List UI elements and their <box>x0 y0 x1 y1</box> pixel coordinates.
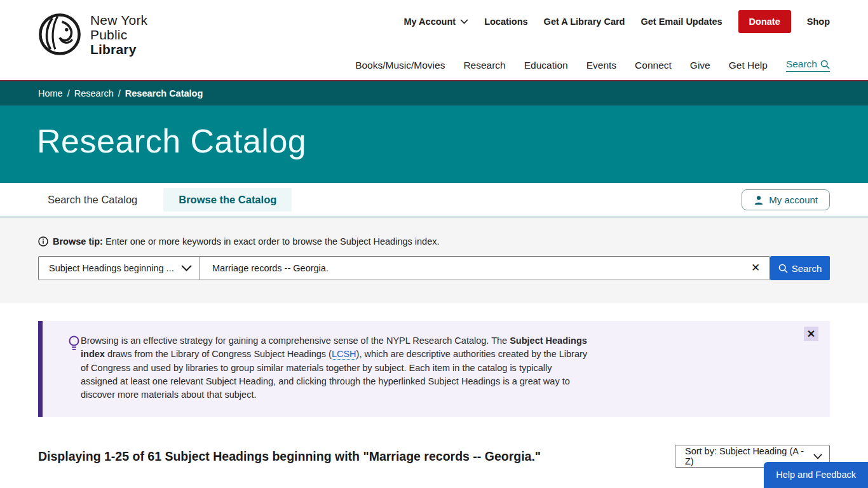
utility-nav: My Account Locations Get A Library Card … <box>403 10 830 33</box>
nav-shop[interactable]: Shop <box>807 17 830 27</box>
nav-education[interactable]: Education <box>524 60 568 71</box>
browse-search-section: Browse tip: Enter one or more keywords i… <box>0 217 868 303</box>
breadcrumb-current: Research Catalog <box>125 88 203 98</box>
tab-browse-the-catalog[interactable]: Browse the Catalog <box>163 188 292 212</box>
nav-email-updates[interactable]: Get Email Updates <box>641 17 722 27</box>
header-search-label: Search <box>786 58 817 70</box>
results-header-row: Displaying 1-25 of 61 Subject Headings b… <box>38 445 830 468</box>
browse-tip-text: Browse tip: Enter one or more keywords i… <box>53 236 439 247</box>
nav-get-help[interactable]: Get Help <box>729 60 768 71</box>
breadcrumb: Home / Research / Research Catalog <box>0 81 868 105</box>
lcsh-link[interactable]: LCSH <box>332 349 356 360</box>
results-count-heading: Displaying 1-25 of 61 Subject Headings b… <box>38 449 541 464</box>
nav-library-card[interactable]: Get A Library Card <box>544 17 625 27</box>
browsing-info-text: Browsing is an effective strategy for ga… <box>81 334 588 402</box>
chevron-down-icon <box>460 19 468 24</box>
info-icon <box>38 236 48 247</box>
breadcrumb-home[interactable]: Home <box>38 88 63 98</box>
browse-search-form: Subject Headings beginning ... ✕ Search <box>38 256 830 280</box>
site-header: New York Public Library My Account Locat… <box>0 0 868 81</box>
main-nav: Books/Music/Movies Research Education Ev… <box>355 58 830 72</box>
search-term-wrapper: ✕ <box>200 256 770 280</box>
page-banner: Research Catalog <box>0 105 868 183</box>
lightbulb-icon <box>68 336 80 351</box>
chevron-down-icon <box>181 265 192 271</box>
lion-logo-icon <box>37 11 83 57</box>
my-account-label: My Account <box>403 17 456 27</box>
header-search-toggle[interactable]: Search <box>786 58 830 72</box>
search-scope-dropdown[interactable]: Subject Headings beginning ... <box>38 256 200 280</box>
my-account-button-label: My account <box>769 194 818 205</box>
clear-search-button[interactable]: ✕ <box>748 261 763 276</box>
tab-search-the-catalog[interactable]: Search the Catalog <box>38 188 147 212</box>
nav-locations[interactable]: Locations <box>484 17 527 27</box>
my-account-button[interactable]: My account <box>742 189 830 210</box>
search-term-input[interactable] <box>200 256 770 280</box>
search-icon <box>778 264 788 273</box>
nav-research[interactable]: Research <box>463 60 505 71</box>
search-button-label: Search <box>792 263 822 274</box>
breadcrumb-separator: / <box>118 88 121 98</box>
catalog-tabs: Search the Catalog Browse the Catalog My… <box>0 183 868 217</box>
chevron-down-icon <box>813 454 822 459</box>
nav-give[interactable]: Give <box>690 60 710 71</box>
browsing-info-box: Browsing is an effective strategy for ga… <box>38 321 830 417</box>
donate-button[interactable]: Donate <box>738 10 791 33</box>
close-icon[interactable]: ✕ <box>804 327 818 341</box>
nypl-logo[interactable]: New York Public Library <box>37 11 147 57</box>
my-account-menu[interactable]: My Account <box>403 17 468 27</box>
search-scope-value: Subject Headings beginning ... <box>49 263 174 273</box>
nav-events[interactable]: Events <box>587 60 616 71</box>
browse-tip: Browse tip: Enter one or more keywords i… <box>38 236 830 247</box>
help-and-feedback-button[interactable]: Help and Feedback <box>764 462 868 488</box>
search-button[interactable]: Search <box>770 256 830 280</box>
search-icon <box>820 60 830 69</box>
nav-connect[interactable]: Connect <box>635 60 672 71</box>
page-title: Research Catalog <box>37 122 831 160</box>
breadcrumb-separator: / <box>67 88 70 98</box>
logo-wordmark: New York Public Library <box>90 13 147 57</box>
breadcrumb-research[interactable]: Research <box>74 88 114 98</box>
nav-books-music-movies[interactable]: Books/Music/Movies <box>355 60 445 71</box>
person-icon <box>754 195 764 205</box>
